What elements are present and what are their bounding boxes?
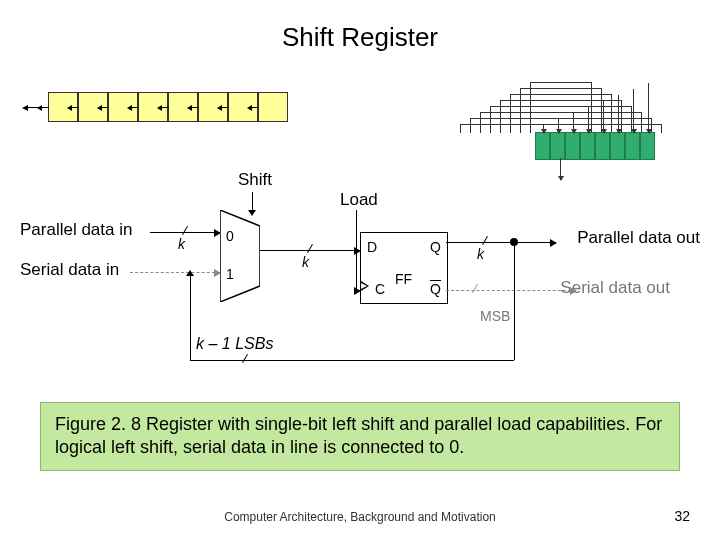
mux-icon: 0 1: [220, 210, 260, 302]
kminus1-label: k – 1 LSBs: [196, 335, 273, 353]
mux-zero: 0: [226, 228, 234, 244]
rotate-cell: [610, 132, 625, 160]
shift-cell: [258, 92, 288, 122]
svg-marker-0: [220, 210, 260, 302]
page-number: 32: [674, 508, 690, 524]
k-mark-3: k: [477, 246, 484, 262]
footer-text: Computer Architecture, Background and Mo…: [0, 510, 720, 524]
mux-one: 1: [226, 266, 234, 282]
k-mark-2: k: [302, 254, 309, 270]
shift-label: Shift: [238, 170, 272, 190]
figure-caption: Figure 2. 8 Register with single-bit lef…: [40, 402, 680, 471]
rotate-diagram: [440, 70, 680, 180]
ff-qbar: Q: [430, 281, 441, 297]
rotate-cell: [565, 132, 580, 160]
msb-label: MSB: [480, 308, 510, 324]
ff-label: FF: [395, 271, 412, 287]
parallel-in-label: Parallel data in: [20, 220, 132, 240]
slide-title: Shift Register: [0, 22, 720, 53]
rotate-cell: [535, 132, 550, 160]
ff-d: D: [367, 239, 377, 255]
rotate-cell: [625, 132, 640, 160]
load-label: Load: [340, 190, 378, 210]
parallel-out-label: Parallel data out: [577, 228, 700, 248]
serial-in-label: Serial data in: [20, 260, 119, 280]
rotate-cell: [550, 132, 565, 160]
rotate-cell: [595, 132, 610, 160]
k-mark-1: k: [178, 236, 185, 252]
shift-left-cells: [48, 92, 288, 122]
schematic: Shift Load Parallel data in Serial data …: [20, 200, 700, 390]
flipflop-icon: D Q C Q FF: [360, 232, 448, 304]
rotate-cell: [580, 132, 595, 160]
ff-c: C: [375, 281, 385, 297]
ff-q: Q: [430, 239, 441, 255]
rotate-cell: [640, 132, 655, 160]
